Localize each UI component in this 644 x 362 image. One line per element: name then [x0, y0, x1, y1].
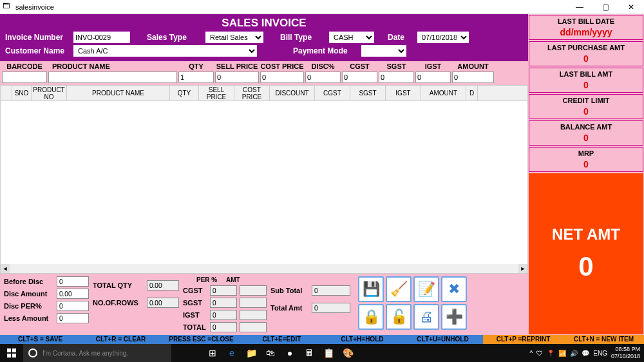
plus-icon: ➕ [446, 309, 463, 325]
net-amt-label: NET AMT [552, 225, 620, 243]
tray-up-icon[interactable]: ^ [530, 350, 533, 357]
sgst-per-field [210, 298, 237, 308]
shortcut-edit: CLT+E=EDIT [242, 335, 322, 344]
close-button[interactable]: ✕ [618, 0, 644, 14]
bill-type-select[interactable]: CASH [329, 32, 374, 43]
shield-icon[interactable]: 🛡 [536, 350, 543, 357]
cgst-col-label: CGST [342, 62, 377, 70]
add-button[interactable]: ➕ [441, 304, 467, 330]
app-shortcut-icon[interactable]: 📋 [319, 344, 337, 362]
date-select[interactable]: 07/10/2018 [417, 32, 469, 43]
edit-button[interactable]: 📝 [413, 276, 439, 302]
notifications-icon[interactable]: 💬 [582, 350, 589, 357]
disc-col-label: DISC% [305, 62, 341, 70]
shortcut-reprint: CLT+P =REPRINT [483, 335, 564, 344]
minimize-button[interactable]: — [567, 0, 592, 14]
amount-input[interactable] [452, 71, 494, 83]
scroll-right-arrow[interactable]: ► [518, 264, 527, 273]
sgst-col-label: SGST [379, 62, 414, 70]
product-name-input[interactable] [48, 71, 177, 83]
svg-rect-1 [12, 348, 16, 352]
balance-amt-value: 0 [531, 133, 641, 143]
sub-total-label: Sub Total [270, 287, 309, 294]
start-button[interactable] [0, 344, 23, 362]
before-disc-input[interactable] [57, 276, 89, 287]
print-icon: 🖨 [419, 309, 433, 325]
taskbar-clock[interactable]: 08:58 PM07/10/2018 [611, 346, 640, 360]
qty-input[interactable] [178, 71, 214, 83]
invoice-items-table: SNO PRODUCT NO PRODUCT NAME QTY SELL PRI… [0, 85, 528, 274]
chrome-icon[interactable]: ● [281, 344, 299, 362]
last-purchase-amt-card: LAST PURCHASE AMT0 [529, 41, 643, 66]
last-purchase-amt-label: LAST PURCHASE AMT [531, 44, 641, 52]
payment-mode-select[interactable] [361, 45, 406, 57]
sno-header: SNO [12, 86, 32, 100]
calculator-icon[interactable]: 🖩 [300, 344, 318, 362]
balance-amt-card: BALANCE AMT0 [529, 120, 643, 146]
summary-sidebar: LAST BILL DATEdd/mm/yyyy LAST PURCHASE A… [528, 14, 644, 335]
disc-per-input[interactable] [57, 301, 89, 311]
d-header: D [466, 86, 478, 100]
igst-input[interactable] [415, 71, 451, 83]
net-amt-value: 0 [578, 251, 593, 282]
svg-rect-0 [7, 348, 11, 352]
product-name-header: PRODUCT NAME [67, 86, 170, 100]
scroll-left-arrow[interactable]: ◄ [1, 264, 10, 273]
clear-button[interactable]: 🧹 [386, 276, 412, 302]
file-explorer-icon[interactable]: 📁 [242, 344, 260, 362]
unlock-button[interactable]: 🔓 [386, 304, 412, 330]
sales-type-select[interactable]: Retail Sales [205, 32, 263, 43]
horizontal-scrollbar[interactable]: ◄ ► [1, 264, 527, 273]
balance-amt-label: BALANCE AMT [531, 123, 641, 131]
cgst-input[interactable] [342, 71, 377, 83]
page-title: SALES INVOICE [5, 17, 523, 30]
shortcut-newitem: CLT+N = NEW ITEM [564, 335, 644, 344]
last-bill-amt-value: 0 [531, 80, 641, 90]
table-body[interactable] [1, 101, 527, 264]
sgst-header: SGST [350, 86, 386, 100]
close-icon: ✖ [448, 281, 460, 298]
disc-input[interactable] [305, 71, 341, 83]
cost-price-input[interactable] [260, 71, 304, 83]
save-button[interactable]: 💾 [358, 276, 384, 302]
lock-button[interactable]: 🔒 [358, 304, 384, 330]
bill-type-label: Bill Type [280, 33, 325, 42]
last-bill-amt-label: LAST BILL AMT [531, 70, 641, 78]
svg-rect-3 [12, 354, 16, 357]
wifi-icon[interactable]: 📶 [558, 350, 566, 357]
less-amount-input[interactable] [57, 313, 89, 323]
volume-icon[interactable]: 🔊 [570, 350, 578, 357]
edge-icon[interactable]: e [223, 344, 241, 362]
paint-icon[interactable]: 🎨 [339, 344, 357, 362]
product-no-header: PRODUCT NO [32, 86, 67, 100]
store-icon[interactable]: 🛍 [261, 344, 279, 362]
last-bill-date-card: LAST BILL DATEdd/mm/yyyy [529, 15, 643, 40]
disc-amount-input[interactable] [57, 289, 89, 299]
mrp-card: MRP0 [529, 147, 643, 172]
payment-mode-label: Payment Mode [293, 46, 357, 55]
task-view-icon[interactable]: ⊞ [204, 344, 222, 362]
scroll-track[interactable] [10, 264, 518, 273]
sales-type-label: Sales Type [147, 33, 202, 42]
amount-header: AMOUNT [421, 86, 466, 100]
sgst-input[interactable] [379, 71, 414, 83]
cancel-button[interactable]: ✖ [441, 276, 467, 302]
sell-price-input[interactable] [215, 71, 259, 83]
customer-name-label: Customer Name [5, 46, 70, 55]
product-name-col-label: PRODUCT NAME [48, 62, 177, 70]
credit-limit-value: 0 [531, 106, 641, 117]
customer-name-select[interactable]: Cash A/C [73, 45, 257, 57]
barcode-col-label: BARCODE [2, 62, 47, 70]
totals-panel: Before Disc Disc Amount Disc PER% Less A… [0, 274, 528, 335]
igst-col-label: IGST [415, 62, 451, 70]
language-indicator[interactable]: ENG [593, 350, 607, 357]
cost-price-col-label: COST PRICE [260, 62, 304, 70]
location-icon[interactable]: 📍 [547, 350, 554, 357]
barcode-input[interactable] [2, 71, 47, 83]
print-button[interactable]: 🖨 [413, 304, 439, 330]
invoice-number-input[interactable] [73, 32, 130, 43]
invoice-header: SALES INVOICE Invoice Number Sales Type … [0, 14, 528, 61]
maximize-button[interactable]: ▢ [592, 0, 618, 14]
cortana-search[interactable]: I'm Cortana. Ask me anything. [23, 344, 171, 362]
shortcut-clear: CLT+R = CLEAR [80, 335, 161, 344]
